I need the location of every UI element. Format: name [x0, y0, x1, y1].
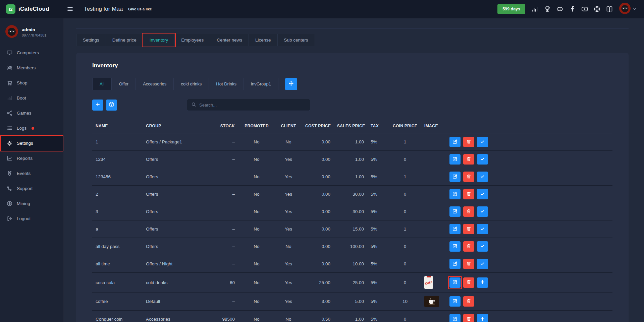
- edit-button[interactable]: [449, 296, 461, 307]
- sidebar-item-settings[interactable]: Settings: [0, 136, 63, 151]
- delete-button[interactable]: [463, 172, 474, 182]
- delete-button[interactable]: [463, 296, 474, 307]
- brand-name: iCafeCloud: [18, 6, 49, 12]
- table-row: coffeeDefault–NoYes3.005.005%10: [92, 293, 612, 311]
- sidebar-item-members[interactable]: Members: [0, 60, 63, 75]
- delete-button[interactable]: [463, 277, 474, 288]
- delete-button[interactable]: [463, 314, 474, 322]
- cell-sales-price: 30.00: [334, 203, 367, 220]
- edit-icon: [452, 191, 458, 197]
- confirm-button[interactable]: [477, 206, 488, 217]
- tab-settings[interactable]: Settings: [76, 34, 106, 46]
- cell-cost-price: 0.00: [302, 238, 334, 255]
- cell-promoted: No: [238, 151, 275, 168]
- trophy-icon[interactable]: [544, 5, 551, 13]
- confirm-button[interactable]: [477, 154, 488, 165]
- group-tab-offer[interactable]: Offer: [111, 78, 136, 90]
- confirm-button[interactable]: [477, 189, 488, 199]
- sidebar-item-computers[interactable]: Computers: [0, 45, 63, 60]
- cell-name: coca cola: [92, 273, 143, 293]
- add-item-button[interactable]: [92, 100, 103, 111]
- sidebar-item-events[interactable]: Events: [0, 166, 63, 181]
- cell-image: [421, 293, 446, 311]
- delete-button[interactable]: [463, 137, 474, 147]
- cell-tax: 5%: [367, 238, 389, 255]
- sidebar-item-logs[interactable]: Logs: [0, 121, 63, 136]
- edit-icon: [452, 174, 458, 180]
- menu-toggle-icon[interactable]: [65, 4, 75, 14]
- sidebar-item-mining[interactable]: Mining: [0, 196, 63, 211]
- delete-button[interactable]: [463, 189, 474, 199]
- settings-tab-bar: SettingsDefine priceInventoryEmployeesCe…: [76, 34, 629, 46]
- discord-icon[interactable]: [556, 5, 564, 13]
- group-tab-accessories[interactable]: Accessories: [136, 78, 174, 90]
- manual-book-icon[interactable]: [606, 5, 613, 13]
- brand[interactable]: i2 iCafeCloud: [0, 4, 64, 14]
- col-header-actions: [446, 119, 612, 133]
- globe-icon[interactable]: [593, 5, 601, 13]
- sidebar-item-shop[interactable]: Shop: [0, 75, 63, 90]
- confirm-button[interactable]: [477, 241, 488, 252]
- give-us-a-like-link[interactable]: Give us a like: [128, 7, 152, 11]
- analytics-icon[interactable]: [531, 5, 539, 13]
- col-header-tax: TAX: [367, 119, 389, 133]
- cell-image: Coke: [421, 273, 446, 293]
- sidebar-item-reports[interactable]: Reports: [0, 151, 63, 166]
- edit-button[interactable]: [449, 259, 461, 269]
- cell-group: Default: [143, 293, 211, 311]
- group-tab-hot-drinks[interactable]: Hot Drinks: [209, 78, 244, 90]
- check-icon: [480, 191, 485, 197]
- account-menu[interactable]: [619, 3, 637, 15]
- tab-define-price[interactable]: Define price: [106, 34, 143, 46]
- confirm-button[interactable]: [477, 224, 488, 234]
- edit-button[interactable]: [449, 154, 461, 165]
- table-row: all day passOffers–NoNo0.00100.005%0: [92, 238, 612, 255]
- tab-employees[interactable]: Employees: [174, 34, 210, 46]
- tab-license[interactable]: License: [249, 34, 278, 46]
- confirm-button[interactable]: [477, 172, 488, 182]
- group-tab-cold-drinks[interactable]: cold drinks: [173, 78, 209, 90]
- edit-button[interactable]: [449, 172, 461, 182]
- trash-icon: [466, 226, 471, 232]
- cell-group: Offers: [143, 151, 211, 168]
- search-input[interactable]: [199, 103, 306, 108]
- col-header-image: IMAGE: [421, 119, 446, 133]
- delete-button[interactable]: [463, 206, 474, 217]
- delete-button[interactable]: [463, 259, 474, 269]
- delete-button[interactable]: [463, 154, 474, 165]
- delete-button[interactable]: [463, 224, 474, 234]
- delete-button[interactable]: [463, 241, 474, 252]
- edit-button[interactable]: [449, 137, 461, 147]
- cell-client: Yes: [275, 293, 302, 311]
- facebook-icon[interactable]: [569, 5, 576, 13]
- edit-button[interactable]: [449, 224, 461, 234]
- license-days-badge[interactable]: 599 days: [497, 4, 525, 14]
- cell-group: Offers: [143, 238, 211, 255]
- sidebar-item-logout[interactable]: Logout: [0, 211, 63, 226]
- edit-button[interactable]: [449, 314, 461, 322]
- group-tab-all[interactable]: All: [92, 78, 112, 90]
- youtube-icon[interactable]: [581, 5, 588, 13]
- add-group-button[interactable]: [106, 100, 117, 111]
- sidebar-item-boot[interactable]: Boot: [0, 90, 63, 106]
- tab-center-news[interactable]: Center news: [210, 34, 249, 46]
- add-stock-button[interactable]: [477, 314, 488, 322]
- reorder-groups-button[interactable]: [285, 78, 297, 90]
- table-header-row: NAMEGROUPSTOCKPROMOTEDCLIENTCOST PRICESA…: [92, 119, 612, 133]
- edit-button[interactable]: [449, 206, 461, 217]
- confirm-button[interactable]: [477, 259, 488, 269]
- sidebar-item-support[interactable]: Support: [0, 181, 63, 196]
- tab-inventory[interactable]: Inventory: [143, 34, 175, 46]
- confirm-button[interactable]: [477, 137, 488, 147]
- tab-sub-centers[interactable]: Sub centers: [277, 34, 315, 46]
- add-stock-button[interactable]: [477, 277, 488, 288]
- edit-button[interactable]: [449, 241, 461, 252]
- edit-button[interactable]: [449, 189, 461, 199]
- col-header-cost-price: COST PRICE: [302, 119, 334, 133]
- sidebar-item-games[interactable]: Games: [0, 106, 63, 121]
- cell-name: 1234: [92, 151, 143, 168]
- edit-button[interactable]: [449, 277, 461, 288]
- table-row: 3Offers–NoYes0.0030.005%0: [92, 203, 612, 220]
- group-tab-invgroup1[interactable]: invGroup1: [244, 78, 278, 90]
- list-icon: [6, 125, 12, 131]
